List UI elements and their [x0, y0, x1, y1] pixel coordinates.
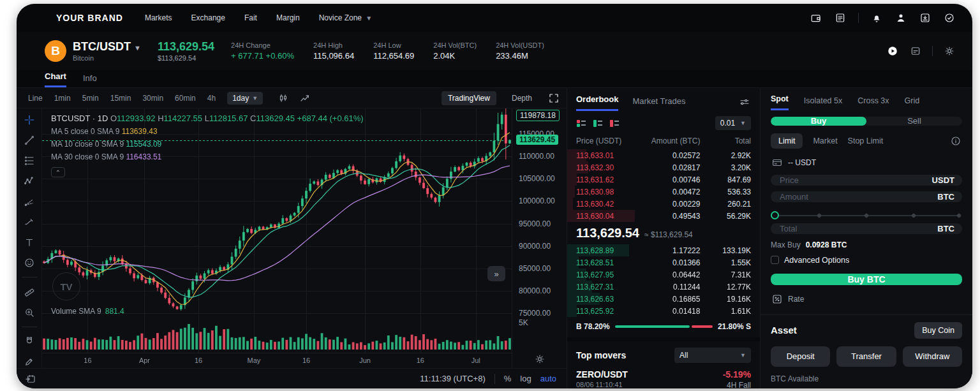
tool-trend-icon[interactable] — [22, 134, 36, 146]
slider-handle[interactable] — [771, 211, 779, 219]
candlestick-canvas[interactable] — [42, 108, 512, 353]
order-type-limit[interactable]: Limit — [771, 133, 803, 149]
deposit-button[interactable]: Deposit — [771, 346, 830, 367]
nav-item-markets[interactable]: Markets — [145, 13, 172, 22]
advanced-options-toggle[interactable]: Advanced Options — [771, 256, 962, 265]
mover-row-zero[interactable]: ZERO/USDT08/06 11:10:41-5.19%4H Fall — [576, 369, 751, 388]
mid-price-row[interactable]: 113,629.54 ≈ $113,629.54 — [567, 222, 760, 244]
interval-15min[interactable]: 15min — [110, 94, 131, 103]
amount-input[interactable] — [778, 191, 937, 202]
auto-scale-button[interactable]: auto — [540, 374, 556, 383]
interval-60min[interactable]: 60min — [175, 94, 196, 103]
tool-ruler-icon[interactable] — [22, 286, 36, 298]
order-type-market[interactable]: Market — [813, 136, 837, 145]
tool-forecast-icon[interactable] — [22, 195, 36, 207]
total-input[interactable] — [778, 223, 937, 234]
order-type-stop-limit[interactable]: Stop Limit — [848, 136, 884, 145]
indicators-icon[interactable] — [299, 92, 311, 105]
percent-scale-button[interactable]: % — [504, 374, 512, 383]
layout-asks-icon[interactable] — [609, 119, 620, 128]
nav-item-margin[interactable]: Margin — [276, 13, 300, 22]
transfer-button[interactable]: Transfer — [836, 346, 896, 367]
ask-row[interactable]: 113,630.420.00229260.21 — [567, 198, 760, 210]
withdraw-button[interactable]: Withdraw — [903, 346, 962, 367]
layout-both-icon[interactable] — [576, 119, 586, 128]
info-icon[interactable] — [949, 135, 962, 147]
bid-row[interactable]: 113,626.630.1686519.16K — [567, 293, 760, 305]
tool-pencil-icon[interactable] — [22, 356, 36, 368]
user-icon[interactable] — [895, 11, 907, 24]
advanced-options-checkbox[interactable] — [771, 256, 779, 264]
buy-coin-button[interactable]: Buy Coin — [914, 322, 962, 339]
gear-icon[interactable] — [943, 45, 956, 57]
ask-row[interactable]: 113,631.620.00746847.69 — [567, 173, 760, 186]
tab-tradingview[interactable]: TradingView — [442, 91, 496, 105]
trade-tab-spot[interactable]: Spot — [771, 94, 789, 110]
expand-chart-button[interactable]: » — [487, 266, 505, 281]
orderbook-settings-icon[interactable] — [738, 98, 751, 111]
language-icon[interactable] — [943, 11, 956, 24]
play-icon[interactable] — [886, 45, 899, 57]
ask-row[interactable]: 113,630.980.00472536.33 — [567, 186, 760, 198]
tool-crosshair-icon[interactable] — [22, 114, 36, 126]
total-field[interactable]: BTC — [771, 223, 962, 234]
candle-style-icon[interactable] — [277, 92, 290, 105]
tab-market-trades[interactable]: Market Trades — [632, 96, 685, 111]
bid-row[interactable]: 113,625.920.014181.61K — [567, 305, 760, 317]
trade-tab-cross-3x[interactable]: Cross 3x — [858, 96, 889, 110]
tool-zoomin-icon[interactable] — [22, 306, 36, 318]
tab-depth[interactable]: Depth — [505, 91, 538, 105]
chart-plot[interactable]: BTCUSDT · 1D O112933.92 H114227.55 L1128… — [42, 108, 512, 368]
bid-row[interactable]: 113,628.510.013661.55K — [567, 256, 760, 269]
interval-1min[interactable]: 1min — [54, 94, 71, 103]
rate-toggle[interactable]: Rate — [771, 293, 962, 306]
tool-emoji-icon[interactable] — [22, 256, 36, 269]
ask-row[interactable]: 113,632.300.028173.20K — [567, 161, 760, 173]
interval-30min[interactable]: 30min — [142, 94, 163, 103]
interval-selected[interactable]: 1day▼ — [227, 92, 263, 105]
amount-slider[interactable] — [772, 211, 961, 215]
buy-btc-button[interactable]: Buy BTC — [771, 274, 962, 285]
movers-filter-select[interactable]: All▼ — [674, 348, 751, 363]
bell-icon[interactable] — [870, 11, 883, 24]
legend-collapse-button[interactable]: ⌃ — [51, 167, 65, 177]
nav-item-novice-zone[interactable]: Novice Zone ▼ — [319, 13, 373, 22]
bid-row[interactable]: 113,628.891.17222133.19K — [567, 244, 760, 256]
trade-tab-grid[interactable]: Grid — [905, 96, 920, 110]
tool-text-icon[interactable] — [22, 236, 36, 248]
tab-orderbook[interactable]: Orderbook — [576, 94, 618, 111]
pair-selector[interactable]: B BTC/USDT ▼ Bitcoin — [45, 40, 141, 62]
time-axis[interactable]: 16Apr16May16Jun16Jul — [42, 353, 512, 368]
fullscreen-icon[interactable] — [547, 92, 560, 105]
price-field[interactable]: USDT — [771, 175, 962, 186]
goto-date-icon[interactable] — [24, 373, 37, 385]
tool-fib-icon[interactable] — [22, 154, 36, 166]
panel-icon[interactable] — [909, 45, 922, 57]
wallet-icon[interactable] — [810, 11, 822, 24]
download-icon[interactable] — [919, 11, 932, 24]
layout-bids-icon[interactable] — [593, 119, 603, 128]
nav-item-fait[interactable]: Fait — [244, 13, 257, 22]
nav-item-exchange[interactable]: Exchange — [191, 13, 225, 22]
bid-row[interactable]: 113,627.310.1124412.77K — [567, 281, 760, 293]
price-input[interactable] — [778, 175, 932, 186]
bid-row[interactable]: 113,627.950.064427.31K — [567, 269, 760, 281]
precision-select[interactable]: 0.01▼ — [715, 116, 751, 130]
axis-settings-icon[interactable] — [533, 353, 546, 365]
sell-tab[interactable]: Sell — [866, 117, 962, 126]
interval-line[interactable]: Line — [28, 94, 43, 103]
tool-magnet-icon[interactable] — [22, 336, 36, 348]
interval-5min[interactable]: 5min — [82, 94, 99, 103]
trade-tab-isolated-5x[interactable]: Isolated 5x — [804, 96, 842, 110]
amount-field[interactable]: BTC — [771, 191, 962, 202]
tool-pattern-icon[interactable] — [22, 175, 36, 187]
price-axis[interactable]: 115000.00110000.00105000.00100000.009500… — [512, 108, 567, 368]
tab-chart[interactable]: Chart — [45, 71, 66, 87]
tab-info[interactable]: Info — [83, 73, 97, 87]
interval-4h[interactable]: 4h — [207, 94, 216, 103]
buy-tab[interactable]: Buy — [771, 117, 866, 126]
orders-icon[interactable] — [834, 11, 847, 24]
ask-row[interactable]: 113,633.010.025722.92K — [567, 149, 760, 161]
log-scale-button[interactable]: log — [520, 374, 531, 383]
ask-row[interactable]: 113,630.040.4954356.29K — [567, 210, 760, 222]
